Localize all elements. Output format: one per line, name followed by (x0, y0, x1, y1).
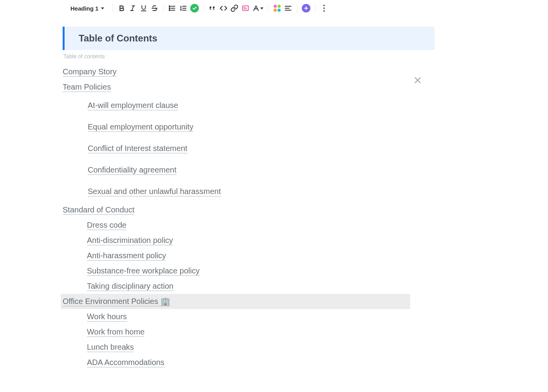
toc-banner-title: Table of Contents (79, 33, 157, 44)
toc-caption: Table of contents (63, 53, 548, 59)
quote-button[interactable] (207, 3, 218, 14)
toc-row: Lunch breaks (63, 340, 548, 355)
toc-row: Work hours (63, 309, 548, 324)
table-of-contents: Company StoryTeam PoliciesAt-will employ… (63, 64, 548, 370)
toc-row: Company Story (63, 64, 548, 79)
bold-icon (118, 5, 125, 12)
toc-heading-banner[interactable]: Table of Contents (63, 27, 434, 50)
toolbar-separator (204, 4, 204, 13)
toc-item[interactable]: Dress code (87, 220, 126, 230)
checklist-button[interactable] (189, 3, 200, 14)
toolbar-separator (163, 4, 164, 13)
toc-row: ADA Accommodations (63, 355, 548, 370)
close-toc-button[interactable] (413, 75, 423, 87)
kebab-menu-icon (323, 5, 325, 12)
toolbar-separator (297, 4, 297, 13)
svg-line-2 (132, 6, 134, 11)
italic-icon (129, 5, 136, 12)
toc-row: Anti-harassment policy (63, 248, 548, 263)
toc-row: Equal employment opportunity (63, 116, 548, 138)
toc-row: Confidentiality agreement (63, 159, 548, 181)
toc-item[interactable]: Substance-free workplace policy (87, 266, 200, 276)
strikethrough-icon (151, 5, 158, 12)
checkmark-circle-icon (190, 4, 199, 13)
toc-row: Standard of Conduct (63, 202, 548, 218)
toc-item[interactable]: Company Story (63, 67, 117, 77)
toc-row: Dress code (63, 218, 548, 233)
quote-icon (209, 4, 216, 12)
toc-item[interactable]: Lunch breaks (87, 342, 134, 352)
italic-button[interactable] (127, 3, 138, 14)
toc-item[interactable]: Team Policies (63, 82, 111, 92)
svg-rect-14 (243, 6, 249, 11)
numbered-list-icon (179, 4, 187, 12)
align-button[interactable] (283, 3, 294, 14)
toc-row: Office Environment Policies 🏢 (61, 294, 410, 309)
toc-row: Substance-free workplace policy (63, 263, 548, 279)
color-swatches-icon (274, 5, 281, 12)
toc-item[interactable]: Standard of Conduct (63, 205, 134, 215)
underline-button[interactable] (138, 3, 149, 14)
toc-item[interactable]: Work from home (87, 327, 144, 337)
toc-row: Conflict of Interest statement (63, 138, 548, 159)
svg-point-9 (169, 8, 170, 9)
toc-item[interactable]: Anti-discrimination policy (87, 236, 173, 245)
toolbar-separator (268, 4, 269, 13)
strikethrough-button[interactable] (149, 3, 160, 14)
toc-item[interactable]: Taking disciplinary action (87, 281, 173, 291)
underline-icon (140, 5, 147, 12)
toc-item[interactable]: ADA Accommodations (87, 358, 164, 367)
toc-item[interactable]: Office Environment Policies 🏢 (63, 297, 170, 306)
link-icon (231, 4, 238, 12)
highlight-color-button[interactable] (272, 3, 283, 14)
link-button[interactable] (229, 3, 240, 14)
toolbar-separator (315, 4, 315, 13)
toc-row: Anti-discrimination policy (63, 233, 548, 248)
svg-rect-16 (243, 9, 247, 9)
text-color-icon (252, 5, 260, 12)
bullet-list-button[interactable] (167, 3, 178, 14)
svg-rect-15 (243, 7, 246, 8)
toc-item[interactable]: Confidentiality agreement (88, 165, 177, 175)
toolbar-separator (113, 4, 113, 13)
document-area: Table of Contents Table of contents Comp… (0, 16, 548, 370)
code-block-button[interactable] (218, 3, 229, 14)
svg-point-10 (169, 10, 170, 11)
toc-row: At-will employment clause (63, 95, 548, 116)
block-style-picker[interactable]: Heading 1 (70, 5, 110, 12)
svg-point-8 (169, 6, 170, 7)
plus-circle-icon (302, 4, 310, 13)
bullet-list-icon (168, 4, 176, 12)
code-icon (220, 4, 227, 12)
text-color-button[interactable] (251, 3, 265, 14)
toc-row: Team Policies (63, 79, 548, 95)
chevron-down-icon (101, 7, 104, 9)
toc-row: Taking disciplinary action (63, 279, 548, 294)
banner-button[interactable] (240, 3, 251, 14)
bold-button[interactable] (116, 3, 127, 14)
more-options-button[interactable] (319, 3, 330, 14)
toc-item[interactable]: Anti-harassment policy (87, 251, 166, 261)
block-style-label: Heading 1 (70, 5, 99, 12)
align-left-icon (284, 4, 292, 12)
toc-item[interactable]: At-will employment clause (88, 101, 178, 110)
toc-item[interactable]: Equal employment opportunity (88, 122, 193, 132)
toc-item[interactable]: Work hours (87, 312, 127, 322)
toc-row: Sexual and other unlawful harassment (63, 181, 548, 202)
chevron-down-icon (260, 7, 263, 9)
banner-icon (242, 4, 249, 12)
toc-row: Work from home (63, 324, 548, 340)
toc-item[interactable]: Conflict of Interest statement (88, 144, 187, 153)
editor-toolbar: Heading 1 (0, 0, 548, 16)
insert-button[interactable] (300, 3, 312, 14)
close-icon (413, 75, 423, 85)
toc-item[interactable]: Sexual and other unlawful harassment (88, 187, 221, 196)
numbered-list-button[interactable] (178, 3, 189, 14)
